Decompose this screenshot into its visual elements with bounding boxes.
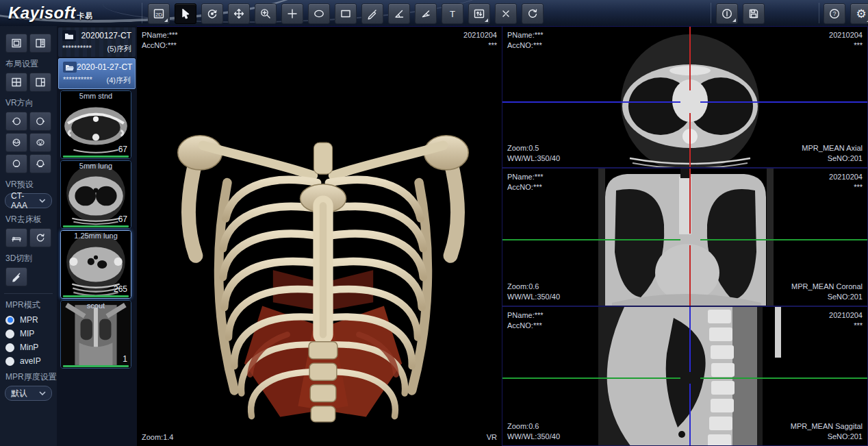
save-button[interactable] [743, 3, 765, 24]
cut-3d-label: 3D切割 [5, 253, 53, 264]
mpr-mode-option-mpr[interactable]: MPR [5, 315, 51, 325]
window-level-tool-button[interactable] [468, 3, 490, 24]
rotate-3d-tool-button[interactable] [201, 3, 223, 24]
layout-grid-icon [11, 77, 22, 88]
sagittal-crosshair-h-right [700, 377, 867, 379]
vr-orient-face-button[interactable] [29, 133, 51, 152]
thumbnail-5mm-lung[interactable]: 5mm lung 67 [60, 160, 131, 229]
layout-grid-2x2-button[interactable] [5, 73, 27, 92]
layout-settings-label: 布局设置 [5, 58, 53, 70]
head-right-icon [35, 116, 46, 127]
text-annotation-tool-button[interactable]: T [442, 3, 463, 24]
chevron-down-icon [39, 199, 46, 203]
crosshair-tool-button[interactable] [281, 3, 303, 24]
axial-crosshair-v-top [689, 27, 691, 90]
sagittal-crosshair-h-left [502, 377, 680, 379]
study-item-2-selected[interactable]: 2020-01-27-CT ********** (4)序列 [58, 58, 136, 89]
cobb-angle-tool-button[interactable] [415, 3, 437, 24]
rect-roi-tool-button[interactable] [335, 3, 357, 24]
chevron-down-icon [39, 391, 46, 395]
vr-bed-row [5, 228, 51, 247]
angle-icon [393, 8, 405, 20]
ellipse-roi-tool-button[interactable] [308, 3, 330, 24]
zoom-icon [259, 8, 272, 20]
pencil-icon [366, 8, 379, 20]
dicom-viewer-window: Kayisoft卡易 2D [0, 0, 868, 446]
measure-line-tool-button[interactable] [361, 3, 383, 24]
thumbnail-image-scout [61, 301, 131, 368]
mpr-mode-option-mip[interactable]: MIP [5, 329, 51, 338]
vr-orient-right-button[interactable] [29, 112, 51, 131]
vr-patient-overlay: PName:*** AccNO:*** [142, 30, 178, 51]
layout-single-icon [11, 38, 22, 49]
thumbnail-label: 5mm lung [61, 162, 131, 170]
study-patient: ********** [63, 75, 92, 86]
mpr-mode-option-aveip[interactable]: aveIP [5, 356, 51, 366]
reset-icon [526, 8, 539, 20]
vr-3d-viewport[interactable]: PName:*** AccNO:*** 20210204 *** Zoom:1.… [137, 26, 502, 446]
vr-preset-dropdown[interactable]: CT-AAA [5, 193, 52, 208]
sagittal-crosshair-v-top [689, 307, 691, 372]
vr-preset-label: VR预设 [5, 179, 53, 190]
rotate-3d-icon [206, 8, 218, 20]
vr-orient-front-ears-button[interactable] [29, 154, 51, 173]
thumbnail-image-count: 67 [118, 214, 127, 224]
vr-mode-overlay: VR [487, 432, 497, 443]
mpr-mode-option-minp[interactable]: MinP [5, 343, 51, 352]
zoom-tool-button[interactable] [255, 3, 277, 24]
save-disk-icon [748, 8, 760, 20]
layout-1plus2-icon [35, 77, 46, 88]
vr-orient-left-button[interactable] [5, 112, 27, 131]
restore-bed-button[interactable] [29, 228, 51, 247]
vr-direction-label: VR方向 [5, 97, 53, 109]
mpr-thickness-label: MPR厚度设置 [5, 371, 53, 383]
radio-selected-icon [5, 316, 14, 325]
thumbnail-image-count: 67 [118, 145, 127, 154]
patient-info-button[interactable] [716, 3, 738, 24]
layout-1plus2-button[interactable] [29, 73, 51, 92]
thumbnail-scout[interactable]: scout 1 [60, 300, 131, 369]
vr-accno: AccNO:*** [142, 40, 178, 51]
delete-annotation-button[interactable] [495, 3, 517, 24]
scalpel-button[interactable] [5, 267, 27, 286]
thumbnail-1-25mm-lung-selected[interactable]: 1.25mm lung 265 [60, 230, 131, 299]
mpr-coronal-viewport[interactable]: PName:*** AccNO:*** 20210204 *** Zoom:0.… [502, 168, 868, 306]
mpr-thickness-dropdown[interactable]: 默认 [5, 386, 52, 401]
bed-icon [11, 232, 22, 243]
vr-date-overlay: 20210204 *** [463, 30, 497, 51]
help-button[interactable]: ? [824, 3, 845, 24]
layout-single-button[interactable] [5, 34, 27, 53]
vr-orient-head-button[interactable] [5, 133, 27, 152]
left-sidebar: 布局设置 VR方向 [0, 26, 57, 446]
mpr-sagittal-viewport[interactable]: PName:*** AccNO:*** 20210204 *** Zoom:0.… [502, 306, 868, 446]
remove-bed-button[interactable] [5, 228, 27, 247]
reset-view-button[interactable] [522, 3, 544, 24]
study-series-count: (5)序列 [107, 44, 131, 54]
info-circle-icon [721, 8, 733, 20]
pan-tool-button[interactable] [228, 3, 250, 24]
mpr-thickness-value: 默认 [11, 388, 27, 399]
vr-bed-label: VR去床板 [5, 214, 53, 225]
vr-orient-back-button[interactable] [5, 154, 27, 173]
study-item-1[interactable]: 20200127-CT ********** (5)序列 [58, 27, 136, 57]
vr-stars: *** [463, 40, 497, 51]
cursor-tool-button[interactable] [175, 3, 196, 24]
help-icon: ? [828, 8, 841, 20]
coronal-crosshair-h-right [700, 239, 867, 240]
mpr-mode-label: MPR模式 [5, 299, 53, 311]
window-level-icon [473, 8, 485, 20]
toolbar-settings-group: ? ⚙ [824, 3, 868, 24]
layout-row-1 [5, 34, 51, 53]
mpr-axial-viewport[interactable]: PName:*** AccNO:*** 20210204 *** Zoom:0.… [502, 26, 868, 168]
study-title: 2020-01-27-CT [77, 62, 132, 72]
layout-report-button[interactable] [29, 34, 51, 53]
thumbnail-5mm-stnd[interactable]: 5mm stnd 67 [60, 90, 131, 159]
vr-pname: PName:*** [142, 30, 178, 40]
thumbnail-progress-bar [63, 225, 129, 227]
image-2d-button[interactable]: 2D [148, 3, 170, 24]
settings-button[interactable]: ⚙ [850, 3, 868, 24]
logo-text: Kayisoft [8, 3, 76, 22]
folder-open-icon [63, 62, 77, 73]
head-front-icon [35, 137, 46, 148]
angle-tool-button[interactable] [388, 3, 410, 24]
